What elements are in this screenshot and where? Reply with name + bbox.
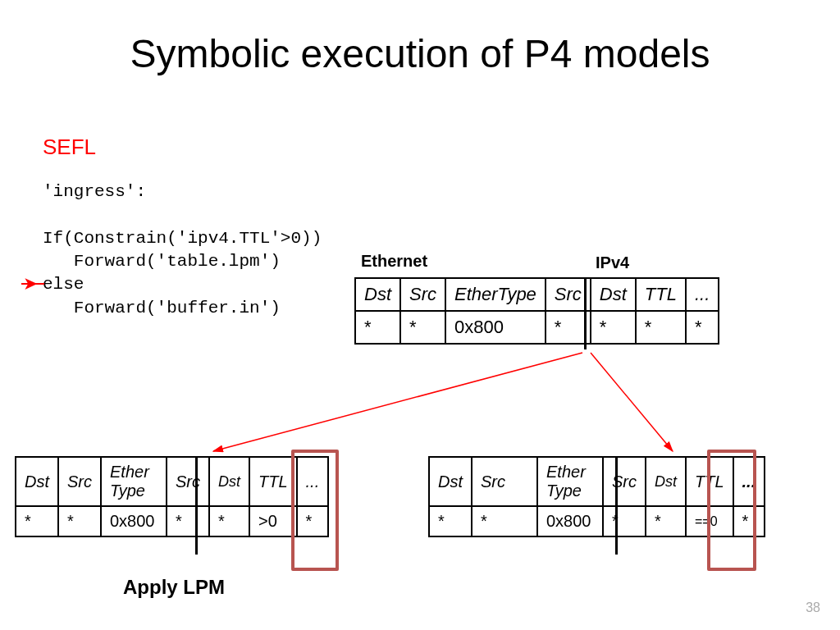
ethernet-label: Ethernet xyxy=(361,252,427,271)
cell-dst2: Dst xyxy=(591,278,636,311)
cell: Dst xyxy=(16,457,58,506)
arrow-icon: ➤ xyxy=(23,275,38,293)
cell: Src xyxy=(472,457,537,506)
sefl-label: SEFL xyxy=(43,135,96,160)
cell: Src xyxy=(603,457,646,506)
val: * xyxy=(603,506,646,536)
cell: Ether Type xyxy=(537,457,603,506)
val: * xyxy=(355,311,400,344)
ttl-highlight-box xyxy=(707,450,756,571)
apply-lpm-label: Apply LPM xyxy=(123,576,225,599)
val: 0x800 xyxy=(537,506,603,536)
cell-src: Src xyxy=(400,278,445,311)
cell: TTL xyxy=(249,457,297,506)
cell: Ether Type xyxy=(101,457,167,506)
cell: Dst xyxy=(646,457,686,506)
cell-ttl: TTL xyxy=(636,278,686,311)
table-divider xyxy=(584,277,587,349)
val: * xyxy=(472,506,537,536)
cell-dst: Dst xyxy=(355,278,400,311)
svg-line-0 xyxy=(213,353,582,451)
val: * xyxy=(400,311,445,344)
table-divider xyxy=(195,456,198,555)
val: * xyxy=(16,506,58,536)
val: * xyxy=(167,506,209,536)
val: * xyxy=(636,311,686,344)
table-divider xyxy=(615,456,618,555)
page-number: 38 xyxy=(806,600,820,615)
cell: Dst xyxy=(209,457,249,506)
page-title: Symbolic execution of P4 models xyxy=(0,31,840,76)
val: 0x800 xyxy=(445,311,546,344)
svg-line-1 xyxy=(591,353,673,451)
val: >0 xyxy=(249,506,297,536)
cell-ellipsis: ... xyxy=(686,278,719,311)
val: * xyxy=(591,311,636,344)
cell: Dst xyxy=(429,457,472,506)
top-packet-table: Dst Src EtherType Src Dst TTL ... * * 0x… xyxy=(354,277,719,345)
val: 0x800 xyxy=(101,506,167,536)
val: * xyxy=(209,506,249,536)
ipv4-label: IPv4 xyxy=(596,253,629,272)
val: * xyxy=(646,506,686,536)
val: * xyxy=(686,311,719,344)
cell: Src xyxy=(167,457,209,506)
cell: Src xyxy=(58,457,101,506)
val: * xyxy=(58,506,101,536)
left-packet-table: Dst Src Ether Type Src Dst TTL ... * * 0… xyxy=(15,456,329,537)
val: * xyxy=(429,506,472,536)
ttl-highlight-box xyxy=(291,450,339,571)
cell-ethertype: EtherType xyxy=(445,278,546,311)
code-block: 'ingress': If(Constrain('ipv4.TTL'>0)) F… xyxy=(43,180,322,320)
